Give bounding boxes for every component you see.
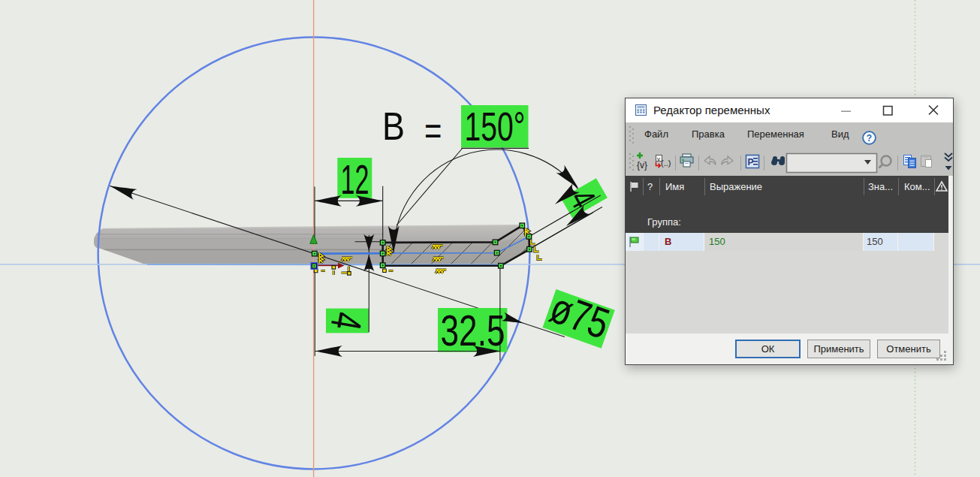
- svg-text:12: 12: [341, 156, 369, 203]
- svg-text:32.5: 32.5: [441, 307, 505, 354]
- svg-text:P: P: [748, 157, 754, 168]
- svg-text:B: B: [382, 104, 405, 148]
- svg-text:150°: 150°: [465, 104, 526, 149]
- svg-text:v: v: [657, 155, 660, 162]
- svg-text:=: =: [424, 108, 442, 152]
- svg-text:(..): (..): [661, 158, 671, 168]
- svg-text:?: ?: [867, 133, 872, 143]
- svg-text:{v}: {v}: [637, 160, 647, 171]
